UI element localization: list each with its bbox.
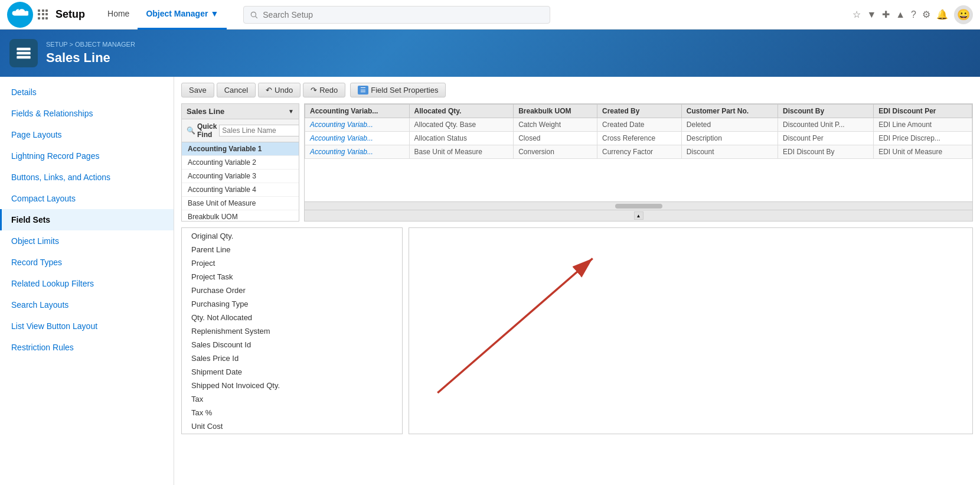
sidebar-item-lightning-pages[interactable]: Lightning Record Pages	[0, 145, 174, 167]
cancel-button[interactable]: Cancel	[217, 83, 256, 97]
field-list-scroll-down[interactable]: ▼	[288, 108, 294, 115]
col-header-0: Accounting Variab...	[305, 105, 410, 118]
svg-rect-2	[17, 56, 30, 59]
scrollbar-thumb	[615, 204, 662, 209]
field-item-2[interactable]: Accounting Variable 3	[182, 170, 299, 183]
favorites-dropdown-icon[interactable]: ▼	[867, 9, 876, 20]
quick-find-input[interactable]	[219, 125, 299, 136]
lower-field-shipped-not-invoiced[interactable]: Shipped Not Invoiced Qty.	[182, 379, 402, 392]
quick-find-bar: 🔍 Quick Find ✕	[182, 119, 299, 142]
sidebar-item-details[interactable]: Details	[0, 82, 174, 103]
trailhead-icon[interactable]: ▲	[896, 9, 905, 20]
sidebar-item-related-lookup[interactable]: Related Lookup Filters	[0, 273, 174, 294]
header-text: SETUP > OBJECT MANAGER Sales Line	[46, 41, 135, 66]
redo-button[interactable]: ↷ Redo	[303, 83, 345, 97]
top-right-actions: ☆ ▼ ✚ ▲ ? ⚙ 🔔 😀	[852, 5, 973, 24]
field-item-3[interactable]: Accounting Variable 4	[182, 183, 299, 197]
search-input[interactable]	[243, 6, 550, 24]
app-launcher-icon[interactable]	[38, 9, 48, 20]
sidebar-item-compact-layouts[interactable]: Compact Layouts	[0, 188, 174, 209]
sidebar-item-page-layouts[interactable]: Page Layouts	[0, 124, 174, 145]
sidebar-item-field-sets[interactable]: Field Sets	[0, 209, 174, 230]
field-item-4[interactable]: Base Unit of Measure	[182, 197, 299, 210]
col-header-6: EDI Discount Per	[874, 105, 972, 118]
scroll-controls: ▲	[305, 210, 972, 221]
lower-field-qty-not-allocated[interactable]: Qty. Not Allocated	[182, 311, 402, 324]
field-list-header: Sales Line ▼	[182, 104, 299, 119]
lower-field-sales-discount[interactable]: Sales Discount Id	[182, 338, 402, 351]
col-header-1: Allocated Qty.	[409, 105, 514, 118]
dropdown-chevron-icon: ▼	[210, 9, 218, 18]
lower-field-purchase-order[interactable]: Purchase Order	[182, 284, 402, 297]
page-title: Sales Line	[46, 50, 135, 66]
field-list-panel: Sales Line ▼ 🔍 Quick Find ✕ Accounting V…	[181, 103, 299, 222]
col-header-2: Breakbulk UOM	[514, 105, 597, 118]
lower-field-purchasing-type[interactable]: Purchasing Type	[182, 297, 402, 311]
field-set-editor-top: Sales Line ▼ 🔍 Quick Find ✕ Accounting V…	[181, 103, 973, 222]
col-header-5: Discount By	[778, 105, 874, 118]
sidebar-item-list-view[interactable]: List View Button Layout	[0, 315, 174, 337]
main-layout: Details Fields & Relationships Page Layo…	[0, 77, 980, 485]
lower-field-project-task[interactable]: Project Task	[182, 270, 402, 284]
lower-section: Original Qty. Parent Line Project Projec…	[181, 227, 973, 434]
field-item-1[interactable]: Accounting Variable 2	[182, 156, 299, 170]
lower-field-sales-price[interactable]: Sales Price Id	[182, 351, 402, 365]
setup-icon[interactable]: ⚙	[922, 9, 930, 20]
lower-field-replenishment[interactable]: Replenishment System	[182, 324, 402, 338]
lower-field-list-panel: Original Qty. Parent Line Project Projec…	[181, 227, 403, 434]
lower-field-unit-pallet[interactable]: Unit Pallet	[182, 433, 402, 434]
lower-right-panel	[409, 227, 973, 434]
help-icon[interactable]: ?	[911, 9, 916, 20]
lower-field-original-qty[interactable]: Original Qty.	[182, 229, 402, 243]
field-set-properties-button[interactable]: ☰ Field Set Properties	[350, 83, 446, 97]
lower-field-unit-cost[interactable]: Unit Cost	[182, 419, 402, 433]
object-icon	[9, 39, 38, 67]
redo-icon: ↷	[311, 86, 317, 95]
lower-field-list-body: Original Qty. Parent Line Project Projec…	[182, 228, 402, 434]
toolbar: Save Cancel ↶ Undo ↷ Redo ☰ Field Set Pr…	[181, 83, 973, 97]
user-avatar[interactable]: 😀	[954, 5, 973, 24]
sidebar-item-restriction-rules[interactable]: Restriction Rules	[0, 337, 174, 358]
nav-home[interactable]: Home	[99, 0, 138, 30]
sidebar: Details Fields & Relationships Page Layo…	[0, 77, 174, 485]
field-list-body: Accounting Variable 1 Accounting Variabl…	[182, 142, 299, 221]
lower-field-parent-line[interactable]: Parent Line	[182, 243, 402, 256]
sidebar-item-search-layouts[interactable]: Search Layouts	[0, 294, 174, 315]
sidebar-item-object-limits[interactable]: Object Limits	[0, 230, 174, 252]
nav-object-manager[interactable]: Object Manager ▼	[138, 0, 227, 30]
salesforce-logo[interactable]	[7, 2, 33, 28]
favorites-icon[interactable]: ☆	[852, 9, 861, 20]
table-row: Accounting Variab... Allocated Qty. Base…	[305, 118, 972, 132]
undo-button[interactable]: ↶ Undo	[258, 83, 300, 97]
page-header: SETUP > OBJECT MANAGER Sales Line	[0, 30, 980, 77]
field-item-5[interactable]: Breakbulk UOM	[182, 210, 299, 221]
search-icon: 🔍	[187, 126, 195, 135]
nav-menu: Home Object Manager ▼	[99, 0, 227, 30]
add-icon[interactable]: ✚	[882, 9, 890, 20]
svg-rect-1	[17, 52, 30, 55]
save-button[interactable]: Save	[181, 83, 214, 97]
sidebar-item-fields[interactable]: Fields & Relationships	[0, 103, 174, 124]
scroll-up-btn[interactable]: ▲	[634, 211, 643, 220]
sidebar-item-record-types[interactable]: Record Types	[0, 252, 174, 273]
undo-icon: ↶	[266, 86, 272, 95]
breadcrumb-object-manager[interactable]: OBJECT MANAGER	[75, 41, 135, 48]
horizontal-scrollbar[interactable]	[305, 201, 972, 210]
field-set-table-scroll[interactable]: Accounting Variab... Allocated Qty. Brea…	[305, 104, 972, 201]
field-set-icon: ☰	[358, 86, 368, 95]
lower-field-shipment-date[interactable]: Shipment Date	[182, 365, 402, 379]
field-item-0[interactable]: Accounting Variable 1	[182, 142, 299, 156]
breadcrumb-setup[interactable]: SETUP	[46, 41, 67, 48]
breadcrumb: SETUP > OBJECT MANAGER	[46, 41, 135, 48]
col-header-4: Customer Part No.	[681, 105, 778, 118]
sidebar-item-buttons[interactable]: Buttons, Links, and Actions	[0, 167, 174, 188]
notification-icon[interactable]: 🔔	[936, 9, 948, 20]
lower-field-project[interactable]: Project	[182, 256, 402, 270]
table-row: Accounting Variab... Base Unit of Measur…	[305, 145, 972, 159]
svg-rect-0	[17, 48, 30, 51]
table-row: Accounting Variab... Allocation Status C…	[305, 132, 972, 145]
search-bar	[243, 6, 550, 24]
lower-field-tax[interactable]: Tax	[182, 392, 402, 406]
lower-field-tax-pct[interactable]: Tax %	[182, 406, 402, 419]
field-set-table: Accounting Variab... Allocated Qty. Brea…	[305, 104, 972, 159]
